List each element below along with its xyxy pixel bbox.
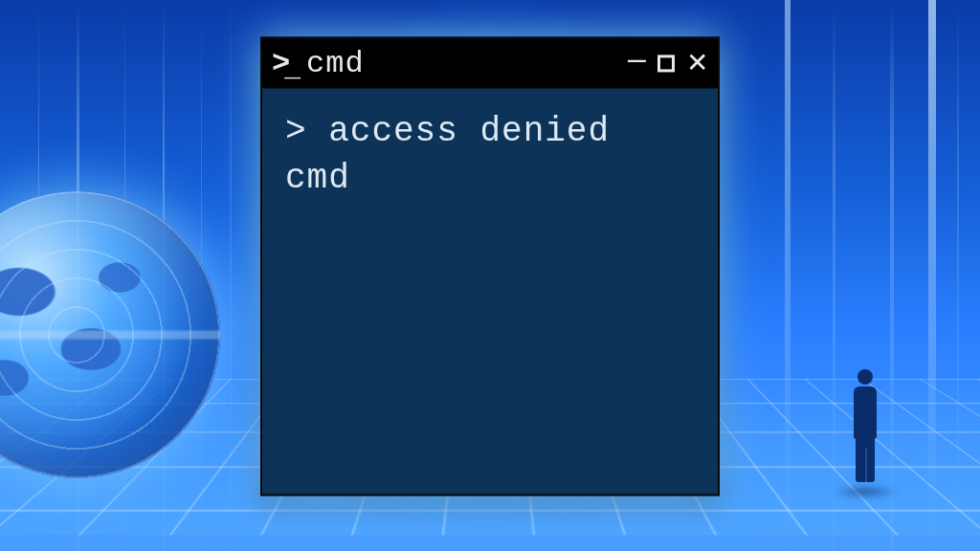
terminal-output-line: > access denied cmd — [285, 109, 695, 202]
close-button[interactable]: ✕ — [686, 50, 708, 77]
figure-shadow — [832, 485, 899, 498]
maximize-button[interactable] — [657, 55, 675, 72]
prompt-icon: >_ — [272, 46, 297, 81]
background-scene: >_ cmd – ✕ > access denied cmd — [0, 0, 980, 551]
terminal-window[interactable]: >_ cmd – ✕ > access denied cmd — [260, 36, 720, 496]
person-silhouette — [846, 369, 884, 484]
titlebar[interactable]: >_ cmd – ✕ — [262, 38, 718, 88]
window-title: cmd — [306, 46, 365, 81]
minimize-button[interactable]: – — [628, 41, 646, 74]
window-controls: – ✕ — [628, 47, 708, 79]
terminal-body[interactable]: > access denied cmd — [262, 88, 718, 494]
underscore-icon: _ — [284, 54, 297, 83]
